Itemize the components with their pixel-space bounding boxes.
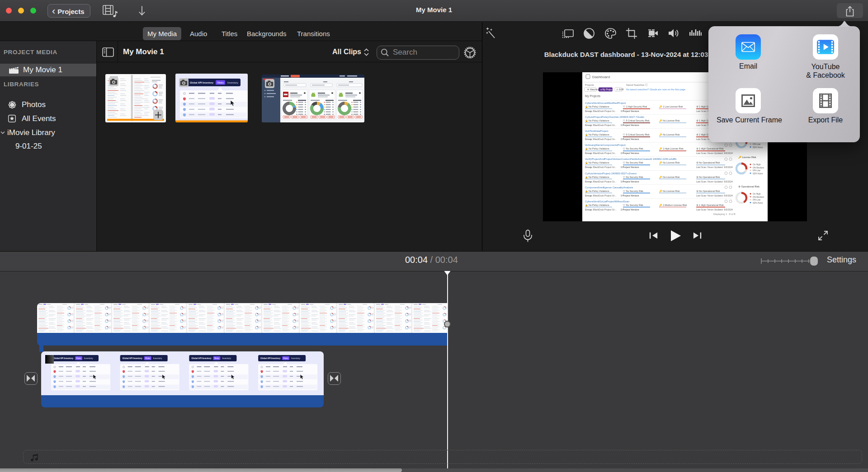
svg-text:My Projects: My Projects: [585, 94, 601, 98]
svg-text:VerifyProjectAndProjectVersion: VerifyProjectAndProjectVersionCustomFiel…: [585, 158, 676, 160]
svg-text:🛡 No Security Risk: 🛡 No Security Risk: [623, 176, 643, 178]
svg-text:🛡 No Security Risk: 🛡 No Security Risk: [623, 190, 643, 192]
svg-text:Group: BlackDuck Project Gr...: Group: BlackDuck Project Gr... 1 Project…: [585, 110, 639, 112]
svg-text:Risks: Risks: [217, 81, 224, 84]
svg-text:🔒 No Policy Violations: 🔒 No Policy Violations: [585, 161, 609, 164]
svg-text:Global API Inventory: Global API Inventory: [53, 357, 74, 360]
svg-text:0% Medium: 0% Medium: [753, 167, 764, 169]
svg-text:Group: BlackDuck Project Gr...: Group: BlackDuck Project Gr... 1 Project…: [585, 138, 639, 140]
svg-text:🔒 No Policy Violations: 🔒 No Policy Violations: [585, 147, 609, 150]
svg-text:⚙ 1 High Operational Risk: ⚙ 1 High Operational Risk: [696, 147, 724, 150]
svg-text:🔒 No Policy Violations: 🔒 No Policy Violations: [585, 133, 609, 136]
svg-text:Inventory: Inventory: [84, 357, 93, 360]
svg-text:⚙ No Operational Risk: ⚙ No Operational Risk: [696, 176, 720, 178]
svg-text:Group: BlackDuck Project Gr...: Group: BlackDuck Project Gr... 1 Project…: [585, 152, 639, 154]
svg-text:🔑 No License Risk: 🔑 No License Risk: [659, 176, 680, 179]
svg-text:Projects: Projects: [585, 84, 594, 86]
svg-text:● My Projects: ● My Projects: [600, 88, 614, 91]
svg-text:Risks: Risks: [283, 357, 289, 360]
svg-text:🛡 No Security Risk: 🛡 No Security Risk: [623, 204, 643, 206]
svg-text:🔑 No License Risk: 🔑 No License Risk: [659, 119, 680, 122]
svg-text:⚙ No Operational Risk: ⚙ No Operational Risk: [696, 161, 720, 164]
svg-text:Inventory: Inventory: [227, 81, 238, 84]
svg-text:🛡 No Security Risk: 🛡 No Security Risk: [623, 161, 643, 164]
svg-text:Global API Inventory: Global API Inventory: [191, 357, 212, 360]
svg-text:Group: BlackDuck Project Gr...: Group: BlackDuck Project Gr... 1 Project…: [585, 180, 639, 183]
svg-text:Displaying 1 - 8 of 8: Displaying 1 - 8 of 8: [713, 213, 736, 215]
svg-text:CyberaVentiGoLatProjectWithout: CyberaVentiGoLatProjectWithoutScan: [585, 200, 629, 203]
svg-text:0% Medium: 0% Medium: [753, 196, 764, 198]
svg-text:ComponentIntelligence Causalit: ComponentIntelligence CausalityAnalysis: [585, 186, 633, 189]
svg-text:🔒 No Policy Violations: 🔒 No Policy Violations: [585, 204, 609, 207]
svg-text:CyberaVentiGoLastModifiedProje: CyberaVentiGoLastModifiedProject: [585, 102, 626, 104]
svg-text:Last Scan: Never Updated:: Last Scan: Never Updated: 9/3/2024: [696, 180, 733, 183]
svg-text:Group: BlackDuck Project Gr...: Group: BlackDuck Project Gr... 1 Project…: [585, 166, 639, 168]
svg-text:🔒 No Policy Violations: 🔒 No Policy Violations: [585, 190, 609, 193]
svg-text:HubTestDataProject: HubTestDataProject: [585, 130, 609, 132]
svg-text:HubLangNameComponentsProject: HubLangNameComponentsProject: [585, 144, 626, 146]
svg-text:Last Scan: Never Updated:: Last Scan: Never Updated: 9/3/2024: [696, 166, 733, 168]
svg-text:🛡 5 Critical Security Risk: 🛡 5 Critical Security Risk: [623, 119, 650, 122]
svg-text:👁 Watching: 👁 Watching: [587, 88, 599, 91]
svg-text:Global API Inventory: Global API Inventory: [190, 81, 213, 84]
svg-text:🛡 5 Critical Security Risk: 🛡 5 Critical Security Risk: [623, 133, 650, 136]
svg-text:Inventory: Inventory: [222, 357, 231, 360]
svg-text:0% Low: 0% Low: [753, 143, 761, 145]
svg-text:🔒 No Policy Violations: 🔒 No Policy Violations: [585, 176, 609, 179]
svg-text:62% None: 62% None: [753, 146, 763, 149]
svg-text:62% None: 62% None: [753, 202, 763, 204]
svg-text:Dashboard: Dashboard: [592, 75, 610, 79]
svg-text:Saved Searches ⓘ: Saved Searches ⓘ: [626, 84, 648, 86]
svg-text:🛡 No Security Risk: 🛡 No Security Risk: [623, 147, 643, 150]
svg-text:🔒 No Policy Violations: 🔒 No Policy Violations: [585, 105, 609, 108]
svg-text:🔑 1 High License Risk: 🔑 1 High License Risk: [659, 147, 684, 150]
svg-text:CyAutoProjectPolicyOverride 24: CyAutoProjectPolicyOverride 240903-0227-…: [585, 116, 644, 118]
svg-text:0% Low: 0% Low: [753, 169, 761, 172]
svg-text:Last Scan: Never Updated:: Last Scan: Never Updated: 9/3/2024: [696, 194, 733, 197]
svg-text:Risks: Risks: [76, 357, 82, 360]
svg-text:62% None: 62% None: [753, 173, 763, 175]
svg-text:Group: BlackDuck Project Gr...: Group: BlackDuck Project Gr... 1 Project…: [585, 208, 639, 211]
svg-text:🔑 1 Medium License Risk: 🔑 1 Medium License Risk: [659, 204, 687, 207]
svg-text:Inventory: Inventory: [153, 357, 162, 360]
svg-text:Last Scan: Never Updated:: Last Scan: Never Updated: 9/3/2024: [696, 152, 733, 154]
svg-text:CyAutoVersionProject 240903-05: CyAutoVersionProject 240903-0527-n2mwm: [585, 172, 637, 175]
svg-text:Risks: Risks: [145, 357, 151, 360]
svg-text:⚙ No Operational Risk: ⚙ No Operational Risk: [696, 190, 720, 192]
svg-text:🔑 License Risk: 🔑 License Risk: [738, 155, 756, 159]
svg-text:⚠ SOR: ⚠ SOR: [616, 88, 624, 91]
svg-text:Last Scan: Never Updated:: Last Scan: Never Updated: 9/3/2024: [696, 208, 733, 211]
svg-text:On High: On High: [753, 164, 761, 166]
svg-text:0% Low: 0% Low: [753, 199, 761, 201]
svg-text:Global API Inventory: Global API Inventory: [123, 357, 143, 360]
svg-text:No saved searches? Clouds are: No saved searches? Clouds are now on the…: [626, 88, 686, 91]
svg-text:🔑 No License Risk: 🔑 No License Risk: [659, 133, 680, 136]
svg-text:On High: On High: [753, 193, 761, 195]
svg-text:Inventory: Inventory: [291, 357, 300, 360]
svg-text:Group: BlackDuck Project Gr...: Group: BlackDuck Project Gr... 1 Project…: [585, 194, 639, 197]
svg-text:🔑 No License Risk: 🔑 No License Risk: [659, 161, 680, 164]
svg-text:Risks: Risks: [214, 357, 220, 360]
svg-text:Global API Inventory: Global API Inventory: [260, 357, 281, 360]
svg-text:🔒 No Policy Violations: 🔒 No Policy Violations: [585, 119, 609, 122]
svg-text:🔑 No License Risk: 🔑 No License Risk: [659, 190, 680, 193]
svg-text:Group: BlackDuck Project Gr...: Group: BlackDuck Project Gr... 1 Project…: [585, 124, 639, 126]
svg-text:⚙ Operational Risk: ⚙ Operational Risk: [738, 185, 760, 188]
svg-text:🛡 1 High Security Risk: 🛡 1 High Security Risk: [623, 105, 647, 108]
svg-text:⚙ 1 High Operational Risk: ⚙ 1 High Operational Risk: [696, 204, 724, 206]
svg-text:🔑 1 Low License Risk: 🔑 1 Low License Risk: [659, 105, 683, 108]
